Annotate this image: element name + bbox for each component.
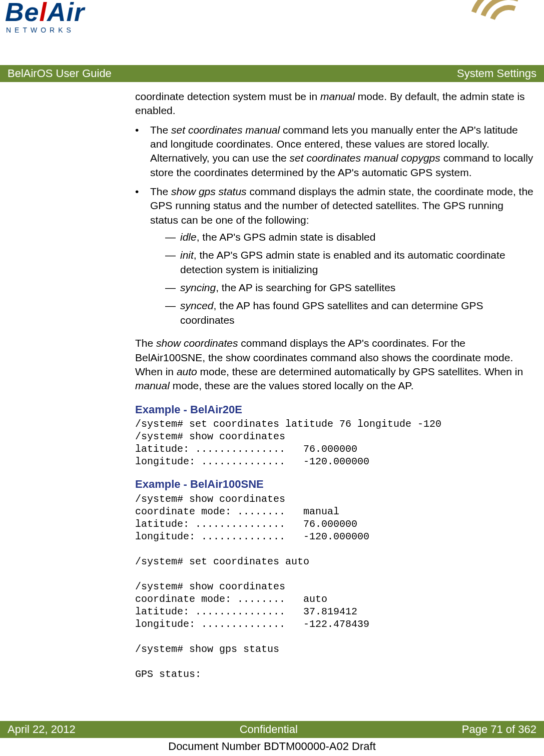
section-title: System Settings bbox=[457, 67, 536, 80]
status-syncing: — syncing, the AP is searching for GPS s… bbox=[165, 281, 534, 295]
title-bar: BelAirOS User Guide System Settings bbox=[0, 65, 544, 82]
footer-page: Page 71 of 362 bbox=[462, 723, 536, 736]
intro-paragraph: coordinate detection system must be in m… bbox=[135, 90, 534, 118]
footer-date: April 22, 2012 bbox=[8, 723, 76, 736]
status-idle: — idle, the AP's GPS admin state is disa… bbox=[165, 230, 534, 244]
guide-title: BelAirOS User Guide bbox=[8, 67, 112, 80]
example-belair100sne-code: /system# show coordinates coordinate mod… bbox=[135, 493, 534, 680]
logo-text: BelAir bbox=[5, 1, 100, 23]
wave-icon bbox=[481, 0, 536, 55]
logo-subtext: NETWORKS bbox=[6, 26, 100, 34]
document-number: Document Number BDTM00000-A02 Draft bbox=[0, 740, 544, 753]
example-belair100sne-heading: Example - BelAir100SNE bbox=[135, 477, 534, 492]
footer-bar: April 22, 2012 Confidential Page 71 of 3… bbox=[0, 721, 544, 738]
belair-logo: BelAir NETWORKS bbox=[5, 1, 100, 34]
example-belair20e-code: /system# set coordinates latitude 76 lon… bbox=[135, 418, 534, 468]
page-header: BelAir NETWORKS bbox=[0, 0, 544, 65]
bullet-icon: • bbox=[135, 185, 150, 331]
bullet-show-gps-status: • The show gps status command displays t… bbox=[135, 185, 534, 331]
status-init: — init, the AP's GPS admin state is enab… bbox=[165, 248, 534, 277]
bullet-icon: • bbox=[135, 123, 150, 180]
status-list: — idle, the AP's GPS admin state is disa… bbox=[165, 230, 534, 327]
footer-confidential: Confidential bbox=[240, 723, 298, 736]
example-belair20e-heading: Example - BelAir20E bbox=[135, 402, 534, 417]
status-synced: — synced, the AP has found GPS satellite… bbox=[165, 299, 534, 327]
main-content: coordinate detection system must be in m… bbox=[0, 82, 544, 680]
bullet-set-coordinates-manual: • The set coordinates manual command let… bbox=[135, 123, 534, 180]
show-coordinates-paragraph: The show coordinates command displays th… bbox=[135, 336, 534, 393]
